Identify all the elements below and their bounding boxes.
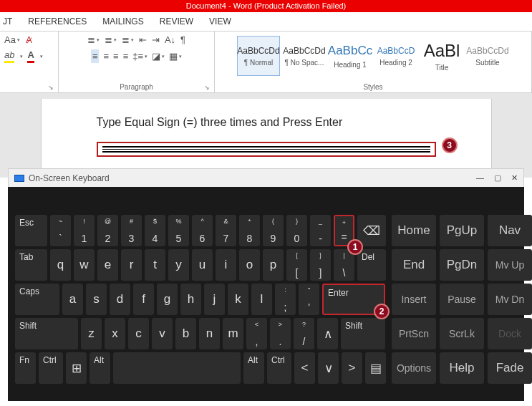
line-spacing-icon[interactable]: ‡≡▾ bbox=[132, 49, 147, 63]
key-n[interactable]: n bbox=[199, 318, 220, 349]
key-backtick[interactable]: ~` bbox=[50, 215, 71, 246]
indent-increase-icon[interactable]: ⇥ bbox=[152, 34, 160, 45]
key-i[interactable]: i bbox=[216, 249, 236, 281]
key-a[interactable]: a bbox=[62, 284, 83, 315]
style-title[interactable]: AaBlTitle bbox=[420, 36, 463, 76]
key-alt-left[interactable]: Alt bbox=[90, 352, 110, 384]
sort-icon[interactable]: A↓ bbox=[165, 34, 175, 45]
key-c[interactable]: c bbox=[128, 318, 149, 349]
key-l[interactable]: l bbox=[251, 284, 272, 315]
key-shift-right[interactable]: Shift bbox=[341, 318, 385, 349]
shading-icon[interactable]: ◪▾ bbox=[152, 49, 165, 63]
tab-mailings[interactable]: MAILINGS bbox=[102, 16, 143, 26]
key-context[interactable]: ▤ bbox=[365, 352, 386, 384]
key-right[interactable]: > bbox=[342, 352, 362, 384]
key-t[interactable]: t bbox=[145, 249, 165, 281]
key-u[interactable]: u bbox=[192, 249, 213, 281]
key-b[interactable]: b bbox=[175, 318, 196, 349]
key-ctrl-left[interactable]: Ctrl bbox=[39, 352, 63, 384]
page[interactable]: Type Equal Sign (=) three times and Pres… bbox=[41, 99, 492, 178]
style-normal[interactable]: AaBbCcDd¶ Normal bbox=[237, 36, 280, 76]
key-v[interactable]: v bbox=[152, 318, 173, 349]
borders-icon[interactable]: ▦▾ bbox=[169, 49, 182, 63]
key-4[interactable]: $4 bbox=[145, 215, 165, 246]
key-fn[interactable]: Fn bbox=[15, 352, 36, 384]
tab-review[interactable]: REVIEW bbox=[160, 16, 193, 26]
key-7[interactable]: &7 bbox=[216, 215, 236, 246]
style-subtitle[interactable]: AaBbCcDdSubtitle bbox=[466, 36, 509, 76]
align-left-icon[interactable]: ≡ bbox=[91, 49, 100, 63]
bullets-icon[interactable]: ≣▾ bbox=[87, 34, 100, 45]
key-comma[interactable]: <, bbox=[246, 318, 267, 349]
key-esc[interactable]: Esc bbox=[15, 215, 47, 246]
key-0[interactable]: )0 bbox=[286, 215, 307, 246]
key-dock[interactable]: Dock bbox=[488, 318, 532, 349]
key-pgdn[interactable]: PgDn bbox=[440, 249, 484, 281]
key-2[interactable]: @2 bbox=[97, 215, 118, 246]
key-period[interactable]: >. bbox=[270, 318, 291, 349]
key-o[interactable]: o bbox=[239, 249, 260, 281]
osk-titlebar[interactable]: On-Screen Keyboard — ▢ ✕ bbox=[8, 168, 524, 187]
key-s[interactable]: s bbox=[86, 284, 107, 315]
style-heading1[interactable]: AaBbCcHeading 1 bbox=[329, 36, 372, 76]
key-down[interactable]: ∨ bbox=[318, 352, 339, 384]
font-dialog-icon[interactable]: ↘ bbox=[48, 84, 54, 91]
key-6[interactable]: ^6 bbox=[192, 215, 213, 246]
tab-layout[interactable]: JT bbox=[3, 16, 12, 26]
key-tab[interactable]: Tab bbox=[15, 249, 47, 281]
key-del[interactable]: Del bbox=[357, 249, 386, 281]
key-h[interactable]: h bbox=[180, 284, 201, 315]
key-equals[interactable]: += 1 bbox=[334, 215, 354, 246]
key-left[interactable]: < bbox=[294, 352, 315, 384]
key-nav[interactable]: Nav bbox=[488, 215, 532, 246]
key-x[interactable]: x bbox=[105, 318, 125, 349]
align-center-icon[interactable]: ≡ bbox=[103, 49, 109, 63]
key-ctrl-right[interactable]: Ctrl bbox=[267, 352, 291, 384]
key-close-bracket[interactable]: }] bbox=[310, 249, 331, 281]
multilevel-icon[interactable]: ≣▾ bbox=[122, 34, 134, 45]
highlight-icon[interactable]: ab bbox=[4, 49, 14, 63]
close-icon[interactable]: ✕ bbox=[511, 173, 518, 183]
font-size-box-icon[interactable]: Aa▾ bbox=[4, 34, 20, 45]
align-right-icon[interactable]: ≡ bbox=[113, 49, 119, 63]
key-m[interactable]: m bbox=[223, 318, 243, 349]
key-w[interactable]: w bbox=[74, 249, 95, 281]
key-backspace[interactable]: ⌫ bbox=[357, 215, 386, 246]
indent-decrease-icon[interactable]: ⇤ bbox=[139, 34, 147, 45]
key-pause[interactable]: Pause bbox=[440, 284, 484, 315]
key-r[interactable]: r bbox=[121, 249, 142, 281]
key-home[interactable]: Home bbox=[392, 215, 436, 246]
key-j[interactable]: j bbox=[204, 284, 225, 315]
key-alt-right[interactable]: Alt bbox=[243, 352, 264, 384]
key-slash[interactable]: ?/ bbox=[294, 318, 314, 349]
key-scrlk[interactable]: ScrLk bbox=[440, 318, 484, 349]
align-justify-icon[interactable]: ≡ bbox=[123, 49, 129, 63]
pilcrow-icon[interactable]: ¶ bbox=[180, 34, 185, 45]
font-color-icon[interactable]: A bbox=[27, 49, 34, 63]
key-options[interactable]: Options bbox=[392, 352, 436, 384]
key-fade[interactable]: Fade bbox=[488, 352, 532, 384]
key-p[interactable]: p bbox=[263, 249, 284, 281]
key-insert[interactable]: Insert bbox=[392, 284, 436, 315]
key-minus[interactable]: _- bbox=[310, 215, 331, 246]
key-open-bracket[interactable]: {[ bbox=[286, 249, 307, 281]
clear-format-icon[interactable]: A̷ bbox=[26, 34, 32, 45]
style-heading2[interactable]: AaBbCcDHeading 2 bbox=[374, 36, 417, 76]
key-shift-left[interactable]: Shift bbox=[15, 318, 78, 349]
key-caps[interactable]: Caps bbox=[15, 284, 59, 315]
key-up[interactable]: ∧ bbox=[317, 318, 338, 349]
minimize-icon[interactable]: — bbox=[476, 173, 484, 183]
key-semicolon[interactable]: :; bbox=[275, 284, 296, 315]
key-d[interactable]: d bbox=[110, 284, 130, 315]
key-help[interactable]: Help bbox=[440, 352, 484, 384]
tab-view[interactable]: VIEW bbox=[209, 16, 231, 26]
key-space[interactable] bbox=[113, 352, 241, 384]
style-nospacing[interactable]: AaBbCcDd¶ No Spac... bbox=[283, 36, 326, 76]
key-1[interactable]: !1 bbox=[74, 215, 95, 246]
key-mvup[interactable]: Mv Up bbox=[488, 249, 532, 281]
key-mvdn[interactable]: Mv Dn bbox=[488, 284, 532, 315]
key-y[interactable]: y bbox=[168, 249, 189, 281]
key-pgup[interactable]: PgUp bbox=[440, 215, 484, 246]
key-f[interactable]: f bbox=[133, 284, 154, 315]
key-z[interactable]: z bbox=[81, 318, 102, 349]
